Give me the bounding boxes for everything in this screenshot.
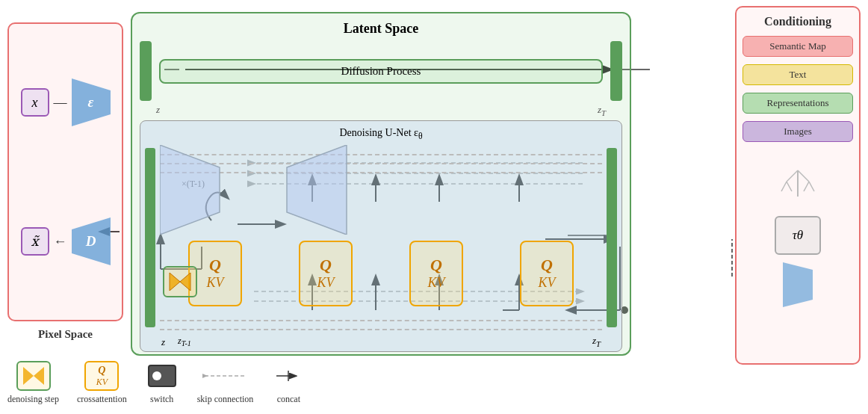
z-T-label-right: zT (598, 104, 606, 117)
legend-switch-icon (145, 361, 179, 391)
legend-concat-icon (271, 361, 306, 391)
denoising-step-icon (163, 266, 197, 297)
svg-marker-44 (783, 262, 813, 307)
legend-denoising-label: denoising step (7, 394, 59, 405)
decoder-row: x̃ ← D (21, 217, 111, 265)
encoder-label: ε (88, 94, 94, 111)
tree-icon (775, 155, 820, 206)
decoder-shape: D (72, 217, 111, 265)
legend-concat-label: concat (277, 394, 300, 405)
pixel-space-box: x — ε x̃ ← D Pi (7, 22, 123, 321)
qkv-block-3: Q KV (409, 241, 463, 306)
legend-skip-icon (202, 361, 248, 391)
legend-denoising: denoising step (7, 361, 59, 405)
skip-bottom-1 (160, 320, 602, 321)
svg-marker-46 (34, 367, 44, 385)
tau-theta-box: τθ (775, 216, 821, 255)
qkv-block-4: Q KV (520, 241, 574, 306)
unet-triangle-svg (160, 145, 602, 235)
left-green-bar-top (140, 41, 152, 101)
svg-line-43 (809, 182, 814, 191)
z-T-bottom-right: zT (592, 335, 601, 348)
diffusion-process-box: Diffusion Process (159, 59, 603, 84)
legend-concat: concat (271, 361, 306, 405)
unet-right-bar (607, 148, 617, 327)
unet-box: Denoising U-Net εθ Q KV (140, 120, 622, 352)
legend-switch: switch (145, 361, 179, 405)
legend-crossattn-label: crossattention (77, 394, 127, 405)
z-label-left: z (156, 104, 160, 117)
legend-crossattn: Q KV crossattention (77, 361, 127, 405)
encoder-shape: ε (72, 78, 111, 126)
decoder-label: D (86, 233, 96, 250)
skip-bottom-2 (160, 329, 602, 330)
legend-skip-label: skip connection (197, 394, 254, 405)
svg-line-38 (787, 170, 798, 182)
cond-representations: Representations (743, 93, 853, 114)
legend: denoising step Q KV crossattention switc… (7, 361, 306, 405)
svg-line-41 (787, 182, 792, 191)
z-T-1-label: zT-1 (178, 336, 191, 347)
legend-skip: skip connection (197, 361, 254, 405)
svg-marker-34 (180, 273, 190, 291)
svg-line-42 (804, 182, 809, 191)
cond-semantic: Semantic Map (743, 36, 853, 57)
x-tilde-variable: x̃ (21, 227, 49, 256)
legend-switch-label: switch (150, 394, 173, 405)
cond-encoder-shape (775, 262, 820, 307)
conditioning-box: Conditioning Semantic Map Text Represent… (735, 6, 861, 365)
x-input-row: x — ε (21, 78, 111, 126)
svg-marker-32 (287, 145, 347, 235)
svg-line-40 (781, 182, 787, 191)
unet-title: Denoising U-Net εθ (146, 127, 616, 141)
legend-crossattn-icon: Q KV (84, 361, 119, 391)
x-variable: x (21, 88, 49, 117)
legend-denoising-icon (16, 361, 51, 391)
latent-space-title: Latent Space (140, 21, 622, 37)
svg-line-39 (798, 170, 809, 182)
latent-space-box: Latent Space Diffusion Process z zT Deno… (131, 12, 631, 356)
unet-left-bar (145, 148, 155, 327)
pixel-space-label: Pixel Space (38, 328, 93, 341)
diagram-wrapper: ×(T-1) (0, 0, 868, 414)
right-green-bar-top (610, 41, 622, 101)
svg-marker-31 (160, 145, 220, 235)
svg-marker-45 (23, 367, 34, 385)
cond-text: Text (743, 64, 853, 85)
svg-marker-33 (170, 273, 180, 291)
cond-images: Images (743, 121, 853, 142)
qkv-block-2: Q KV (299, 241, 353, 306)
conditioning-title: Conditioning (764, 15, 831, 28)
z-bottom-left: z (161, 336, 165, 348)
